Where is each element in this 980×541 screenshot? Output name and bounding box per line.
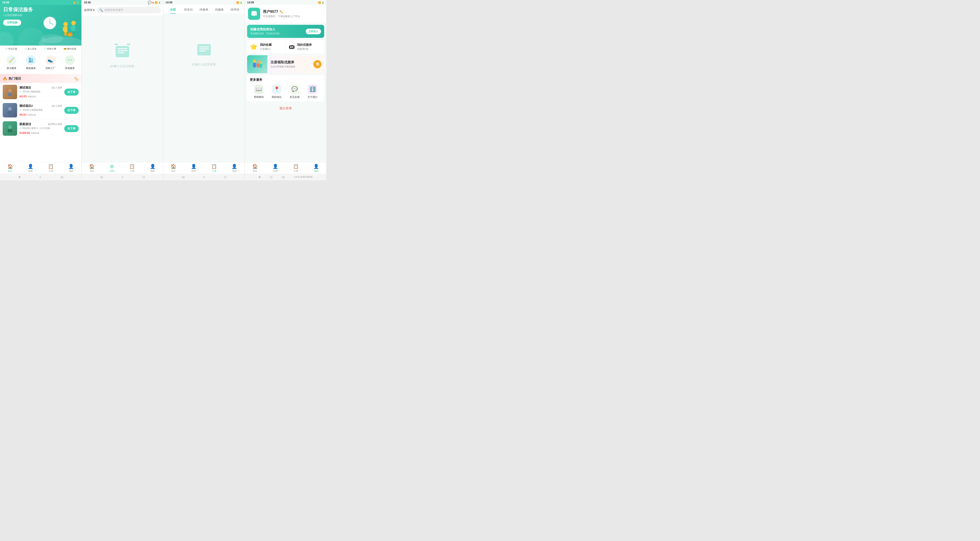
help-label: 帮助教程 bbox=[254, 95, 264, 99]
more-item-about[interactable]: ℹ️ 关于我们 bbox=[307, 84, 317, 99]
banner-buy-button[interactable]: 立即抢购 bbox=[3, 20, 21, 26]
nav-my-3[interactable]: 👤 我的 bbox=[232, 164, 237, 173]
collection-card[interactable]: ⭐ 我的收藏 已收藏0人 bbox=[247, 40, 286, 53]
trust-item-0: 🛡 专业正规 bbox=[5, 47, 17, 51]
home-scroll: 日常保洁服务 • 让你实现家自由 立即抢购 bbox=[0, 5, 81, 167]
home-hw-icon-3: ○ bbox=[204, 175, 205, 179]
collection-icon: ⭐ bbox=[250, 43, 258, 51]
tab-all[interactable]: 全部 bbox=[165, 5, 181, 14]
tab-pending-accept[interactable]: 待接单 bbox=[196, 5, 212, 14]
nav-order-label-1: 订单 bbox=[49, 170, 53, 173]
svg-rect-9 bbox=[65, 27, 67, 31]
tab-pending-review[interactable]: 待评价 bbox=[227, 5, 243, 14]
panel-home: 14:08 📶 🔋 日常保洁服务 • 让你实现家自由 立即抢购 bbox=[0, 0, 82, 180]
nav-tech-3[interactable]: 👤 技师 bbox=[191, 164, 197, 173]
more-item-address[interactable]: 📍 我的地址 bbox=[272, 84, 282, 99]
svg-marker-34 bbox=[115, 44, 118, 45]
hot-item-info-1: 测试项目2 超1人选择 ⏱ 20分钟 | 啦啦啦啦啦 ¥0.01 ¥899.00 bbox=[19, 104, 62, 116]
watermark: CSDib @项目源码库 bbox=[294, 176, 313, 178]
hot-item-meta-text-0: 30分钟 | 啦啦啦啦 bbox=[22, 90, 40, 93]
hot-item-meta-1: ⏱ 20分钟 | 啦啦啦啦啦 bbox=[19, 108, 62, 111]
profile-header: 用户9577 ✏️ 可在线预约、下单的家政上门平台 bbox=[245, 5, 326, 22]
bottom-nav-4: 🏠 首页 👤 技师 📋 订单 👤 我的 bbox=[245, 162, 326, 173]
hot-item-info-0: 测试项目 超1人选择 ⏱ 30分钟 | 啦啦啦啦 ¥0.03 ¥999.00 bbox=[19, 86, 62, 98]
profile-info: 用户9577 ✏️ 可在线预约、下单的家政上门平台 bbox=[263, 10, 300, 18]
empty-text-2: - 好像什么也没有哦 - bbox=[109, 64, 136, 68]
bottom-nav-1: 🏠 首页 👤 技师 📋 订单 👤 我的 bbox=[0, 162, 81, 173]
service-label-3: 其他服务 bbox=[65, 67, 75, 70]
status-icons-1: 📶 🔋 bbox=[73, 2, 79, 4]
nav-tech-2[interactable]: ⊞ 技师 bbox=[110, 164, 114, 173]
service-icon-2: 👟 bbox=[46, 55, 56, 65]
more-services-title: 更多服务 bbox=[250, 78, 321, 82]
more-grid: 📖 帮助教程 📍 我的地址 💬 意见反馈 ℹ️ 关于我们 bbox=[250, 84, 321, 99]
nav-order-3[interactable]: 📋 订单 bbox=[211, 164, 217, 173]
svg-rect-17 bbox=[73, 31, 75, 35]
register-coupon-banner[interactable]: 注册领取优惠券 点击立即领取专属优惠券 领 bbox=[247, 55, 324, 73]
nav-my-4[interactable]: 👤 我的 bbox=[313, 164, 319, 173]
android-nav-4: ≡ □ ◁ CSDib @项目源码库 bbox=[245, 173, 326, 180]
nav-my-1[interactable]: 👤 我的 bbox=[68, 164, 74, 173]
nav-order-4[interactable]: 📋 订单 bbox=[293, 164, 299, 173]
order-button-0[interactable]: 去下单 bbox=[64, 89, 79, 95]
nav-home-1[interactable]: 🏠 首页 bbox=[8, 164, 13, 173]
more-item-feedback[interactable]: 💬 意见反馈 bbox=[290, 84, 300, 99]
nav-my-label-2: 我的 bbox=[150, 170, 155, 173]
nav-order-label-2: 订单 bbox=[130, 170, 134, 173]
service-label-2: 洗鞋工厂 bbox=[46, 67, 56, 70]
nav-home-2[interactable]: 🏠 首页 bbox=[89, 164, 95, 173]
recent-icon-3: □ bbox=[224, 175, 226, 179]
nav-tech-label-4: 技师 bbox=[273, 170, 278, 173]
nav-home-4[interactable]: 🏠 首页 bbox=[252, 164, 258, 173]
empty-illustration-2 bbox=[113, 43, 131, 62]
logout-label: 退出登录 bbox=[279, 107, 292, 110]
nav-home-label-4: 首页 bbox=[253, 170, 257, 173]
svg-point-26 bbox=[8, 107, 12, 111]
tab-pending-service[interactable]: 待服务 bbox=[212, 5, 227, 14]
recent-icon-4: ◁ bbox=[282, 175, 284, 179]
register-claim-button[interactable]: 领 bbox=[313, 60, 321, 68]
hot-item-name-0: 测试项目 bbox=[19, 86, 31, 90]
hot-item-meta-text-2: 60分钟 | 家务少一点 生活多... bbox=[22, 127, 52, 130]
logout-button[interactable]: 退出登录 bbox=[245, 103, 326, 114]
tab-pending-pay[interactable]: 待支付 bbox=[181, 5, 196, 14]
promo-banner[interactable]: 招募优秀技师加入 专业团队知道、专业技术培训 立即加入 bbox=[247, 25, 324, 38]
nav-my-label-4: 我的 bbox=[314, 170, 318, 173]
register-subtitle: 点击立即领取专属优惠券 bbox=[270, 65, 310, 68]
nav-tech-1[interactable]: 👤 技师 bbox=[28, 164, 33, 173]
home-icon-4: 🏠 bbox=[252, 164, 258, 169]
service-item-1[interactable]: 家政服务 bbox=[26, 55, 36, 70]
trust-item-1: 🛡 真人实名 bbox=[25, 47, 37, 51]
more-item-help[interactable]: 📖 帮助教程 bbox=[254, 84, 264, 99]
tag-icon: 🏷️ bbox=[74, 76, 79, 81]
tech-icon-3: 👤 bbox=[191, 164, 197, 169]
svg-rect-14 bbox=[71, 26, 73, 30]
fire-icon: 🔥 bbox=[3, 76, 7, 81]
service-item-3[interactable]: ··· 其他服务 bbox=[65, 55, 75, 70]
nav-order-1[interactable]: 📋 订单 bbox=[48, 164, 54, 173]
nav-order-2[interactable]: 📋 订单 bbox=[129, 164, 135, 173]
service-grid: 🧹 保洁服务 家政服务 👟 洗鞋工厂 ··· 其他服务 bbox=[0, 53, 81, 73]
order-button-2[interactable]: 去下单 bbox=[64, 125, 79, 132]
price-old-2: ¥299.00 bbox=[31, 132, 39, 134]
service-item-0[interactable]: 🧹 保洁服务 bbox=[6, 55, 16, 70]
svg-rect-10 bbox=[64, 32, 65, 36]
home-icon-3: 🏠 bbox=[171, 164, 176, 169]
search-input[interactable]: 技师名称关键字 bbox=[104, 8, 158, 12]
menu-icon-4: ≡ bbox=[259, 175, 260, 179]
search-input-wrap[interactable]: 🔍 技师名称关键字 bbox=[97, 7, 161, 13]
edit-icon[interactable]: ✏️ bbox=[280, 10, 283, 14]
order-icon-3: 📋 bbox=[211, 164, 217, 169]
nav-home-3[interactable]: 🏠 首页 bbox=[171, 164, 176, 173]
order-button-1[interactable]: 去下单 bbox=[64, 107, 79, 114]
coupon-card[interactable]: 🎟 我的优惠券 优惠券0张 bbox=[286, 40, 325, 53]
svg-rect-25 bbox=[8, 93, 12, 96]
nav-my-2[interactable]: 👤 我的 bbox=[150, 164, 156, 173]
nav-tech-4[interactable]: 👤 技师 bbox=[272, 164, 278, 173]
promo-join-button[interactable]: 立即加入 bbox=[306, 29, 321, 34]
city-selector[interactable]: 永州市 ▾ bbox=[84, 8, 95, 12]
trust-bar: 🛡 专业正规 🛡 真人实名 🛡 拒绝小费 💳 爽约包退 bbox=[0, 46, 81, 53]
service-item-2[interactable]: 👟 洗鞋工厂 bbox=[46, 55, 56, 70]
card-row: ⭐ 我的收藏 已收藏0人 🎟 我的优惠券 优惠券0张 bbox=[247, 40, 324, 53]
shield-icon-2: 🛡 bbox=[44, 48, 47, 50]
